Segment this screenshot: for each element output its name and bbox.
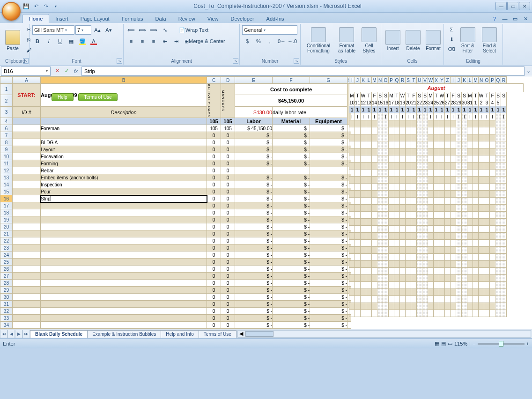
align-middle-button[interactable]: ⟺ [137,25,148,35]
insert-cells-button[interactable]: Insert [384,25,402,56]
data-row[interactable]: 2800$ -$ -$ - [0,280,351,287]
mdi-close-icon[interactable]: ✕ [522,15,529,22]
font-launcher[interactable]: ↘ [117,58,122,64]
zoom-slider[interactable] [478,343,525,345]
zoom-level[interactable]: 115% [454,341,467,347]
worksheet-grid[interactable]: ABCDEFGH 1 START: August 9, 2009 ACTIVIT… [0,76,532,329]
formula-input[interactable]: Strip [81,66,525,76]
increase-decimal-button[interactable]: .0→ [276,37,286,46]
format-cells-button[interactable]: Format [424,25,443,56]
row-4[interactable]: 4 105 105 Labor Material Equipment [0,118,351,125]
data-row[interactable]: 8BLDG A00$ -$ -$ - [0,139,351,146]
fx-button[interactable]: fx [72,67,80,75]
align-top-button[interactable]: ⟸ [126,25,136,35]
merge-center-button[interactable]: ⊞ Merge & Center [182,37,228,46]
decrease-decimal-button[interactable]: ←.0 [287,37,297,46]
help-icon[interactable]: ? [491,15,498,22]
sheet-tab[interactable]: Terms of Use [199,330,236,338]
terms-button[interactable]: Terms of Use [78,93,118,101]
wrap-text-button[interactable]: 📄 Wrap Text [177,25,211,35]
tab-developer[interactable]: Developer [224,15,260,23]
row-3[interactable]: 3 ID # Description $430.00 daily labor r… [0,106,351,118]
font-color-button[interactable]: A [89,37,99,46]
data-row[interactable]: 2200$ -$ -$ - [0,237,351,244]
currency-button[interactable]: $ [242,37,252,46]
align-bottom-button[interactable]: ⟹ [148,25,159,35]
data-row[interactable]: 2500$ -$ -$ - [0,259,351,266]
office-button[interactable] [2,2,21,21]
tab-view[interactable]: View [201,15,225,23]
zoom-in-button[interactable]: + [526,341,529,347]
data-row[interactable]: 14 Inspection00$ -$ -$ - [0,181,351,188]
name-box[interactable]: B16▾ [1,66,51,76]
data-row[interactable]: 1700$ -$ -$ - [0,202,351,209]
sheet-nav-prev[interactable]: ◀ [7,330,15,338]
sheet-nav-last[interactable]: ⏭ [22,330,30,338]
fill-color-button[interactable]: 🪣 [77,37,88,46]
undo-icon[interactable]: ↶ [32,2,40,10]
data-row[interactable]: 2600$ -$ -$ - [0,266,351,273]
sheet-tab[interactable]: Example & Instruction Bubbles [87,330,161,338]
cell-styles-button[interactable]: Cell Styles [360,25,378,56]
find-select-button[interactable]: Find & Select [479,25,500,56]
decrease-indent-button[interactable]: ⇤ [160,37,170,46]
data-row[interactable]: 2400$ -$ -$ - [0,251,351,259]
sheet-tab[interactable]: Help and Info [161,330,199,338]
save-icon[interactable]: 💾 [22,2,30,10]
view-break-icon[interactable]: ▭ [448,340,452,347]
data-row[interactable]: 10 Excavation00$ -$ -$ - [0,153,351,160]
data-row[interactable]: 12 Rebar00 [0,167,351,174]
qat-more-icon[interactable]: ▾ [52,2,59,10]
redo-icon[interactable]: ↷ [42,2,50,10]
orientation-button[interactable]: ⤡ [160,25,170,35]
confirm-edit-button[interactable]: ✓ [63,67,70,75]
increase-indent-button[interactable]: ⇥ [171,37,181,46]
tab-review[interactable]: Review [172,15,201,23]
bold-button[interactable]: B [32,37,43,46]
data-row[interactable]: 3200$ -$ -$ - [0,308,351,315]
data-row[interactable]: 9 Layout00$ -$ -$ - [0,146,351,153]
comma-button[interactable]: , [265,37,275,46]
percent-button[interactable]: % [253,37,264,46]
font-name-combo[interactable]: Gill Sans MT▾ [32,25,74,35]
border-button[interactable]: ▦ [66,37,76,46]
sheet-nav-first[interactable]: ⏮ [0,330,7,338]
sheet-tab[interactable]: Blank Daily Schedule [30,330,88,338]
autosum-button[interactable]: Σ [446,25,457,34]
delete-cells-button[interactable]: Delete [404,25,422,56]
column-headers[interactable]: ABCDEFGH [0,77,351,84]
close-button[interactable]: ✕ [519,2,530,10]
help-button[interactable]: Help [52,93,74,101]
decrease-font-button[interactable]: A▾ [103,25,114,35]
tab-page-layout[interactable]: Page Layout [74,15,116,23]
tab-add-ins[interactable]: Add-Ins [260,15,290,23]
increase-font-button[interactable]: A▴ [92,25,103,35]
tab-home[interactable]: Home [22,14,49,23]
align-right-button[interactable]: ≡ [148,37,159,46]
conditional-formatting-button[interactable]: Conditional Formatting [303,25,334,56]
data-row[interactable]: 6Foreman105105$ 45,150.00$ -$ - [0,125,351,132]
tab-data[interactable]: Data [149,15,172,23]
clipboard-launcher[interactable]: ↘ [23,58,29,64]
number-format-combo[interactable]: General▾ [242,25,297,35]
number-launcher[interactable]: ↘ [294,58,299,64]
clear-button[interactable]: ⌫ [446,44,457,54]
data-row[interactable]: 3400$ -$ -$ - [0,322,351,329]
underline-button[interactable]: U [55,37,65,46]
view-layout-icon[interactable]: ▤ [441,340,446,347]
minimize-button[interactable]: — [495,2,507,10]
data-row[interactable]: 3000$ -$ -$ - [0,294,351,301]
cancel-edit-button[interactable]: ✕ [53,67,61,75]
data-row[interactable]: 16 Strip 00$ -$ -$ - [0,195,351,202]
data-row[interactable]: 700$ -$ -$ - [0,132,351,139]
sort-filter-button[interactable]: Sort & Filter [458,25,477,56]
calendar-grid[interactable]: IJKLMNOPQRSTUVWXYZIJKLMNOPQR August MTWT… [349,76,524,317]
format-as-table-button[interactable]: Format as Table [335,25,358,56]
zoom-out-button[interactable]: − [473,341,475,347]
alignment-launcher[interactable]: ↘ [233,58,238,64]
data-row[interactable]: 13 Embed items (anchor bolts)00$ -$ -$ - [0,174,351,181]
sheet-nav-next[interactable]: ▶ [15,330,22,338]
data-row[interactable]: 2300$ -$ -$ - [0,244,351,251]
align-left-button[interactable]: ≡ [126,37,136,46]
data-row[interactable]: 2000$ -$ -$ - [0,223,351,230]
